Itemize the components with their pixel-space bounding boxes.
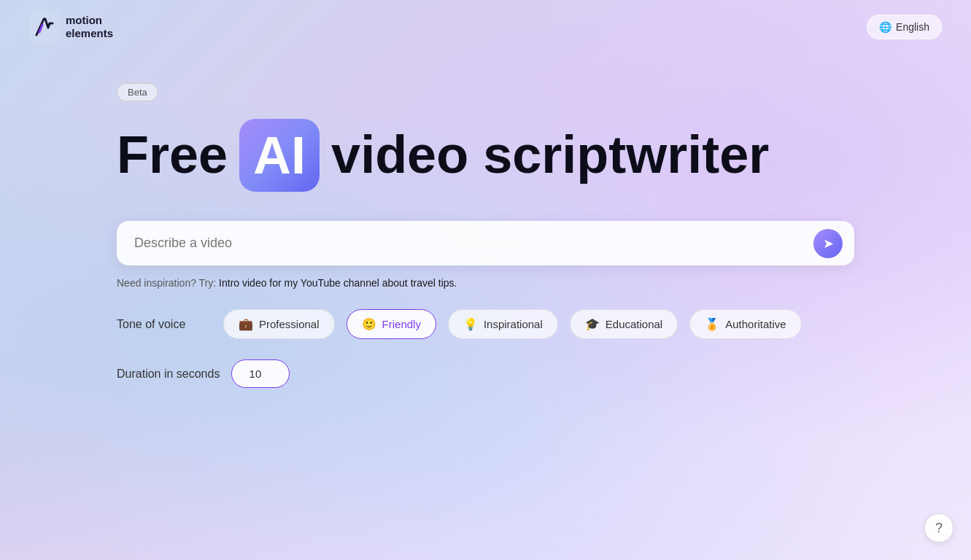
tone-authoritative-label: Authoritative — [725, 318, 786, 330]
search-container: ➤ — [117, 221, 854, 265]
tone-professional[interactable]: 💼 Professional — [223, 309, 335, 339]
headline-free: Free — [117, 126, 228, 184]
send-icon: ➤ — [823, 236, 834, 252]
beta-badge: Beta — [117, 83, 158, 101]
tone-friendly[interactable]: 🙂 Friendly — [347, 309, 436, 339]
language-label: English — [896, 21, 929, 33]
search-submit-button[interactable]: ➤ — [813, 229, 843, 258]
logo-icon — [29, 12, 60, 42]
headline-rest: video scriptwriter — [331, 126, 769, 184]
main-content: Beta Free AI video scriptwriter ➤ Need i… — [0, 54, 971, 388]
medal-icon: 🏅 — [705, 317, 719, 331]
tone-educational[interactable]: 🎓 Educational — [570, 309, 678, 339]
search-input[interactable] — [117, 221, 854, 265]
tone-label: Tone of voice — [117, 318, 212, 331]
globe-icon: 🌐 — [879, 21, 891, 33]
tone-friendly-label: Friendly — [382, 318, 421, 330]
smile-icon: 🙂 — [362, 317, 376, 331]
tone-inspirational[interactable]: 💡 Inspirational — [448, 309, 558, 339]
tone-inspirational-label: Inspirational — [484, 318, 543, 330]
tone-educational-label: Educational — [606, 318, 662, 330]
graduation-icon: 🎓 — [585, 317, 600, 331]
tone-professional-label: Professional — [259, 318, 320, 330]
bulb-icon: 💡 — [463, 317, 478, 331]
svg-rect-0 — [29, 12, 60, 42]
inspiration-text: Need inspiration? Try: Intro video for m… — [117, 277, 854, 289]
tone-section: Tone of voice 💼 Professional 🙂 Friendly … — [117, 309, 854, 339]
header: motion elements 🌐 English — [0, 0, 971, 54]
duration-input[interactable] — [231, 359, 290, 388]
headline: Free AI video scriptwriter — [117, 119, 854, 192]
language-button[interactable]: 🌐 English — [867, 15, 942, 39]
briefcase-icon: 💼 — [239, 317, 253, 331]
question-icon: ? — [935, 521, 943, 536]
duration-label: Duration in seconds — [117, 368, 220, 381]
logo-text: motion elements — [66, 14, 113, 40]
help-button[interactable]: ? — [924, 513, 953, 542]
inspiration-prefix: Need inspiration? Try: — [117, 277, 216, 289]
inspiration-example: Intro video for my YouTube channel about… — [219, 277, 457, 289]
logo: motion elements — [29, 12, 113, 42]
ai-badge: AI — [239, 119, 320, 192]
duration-section: Duration in seconds — [117, 359, 854, 388]
tone-authoritative[interactable]: 🏅 Authoritative — [689, 309, 801, 339]
